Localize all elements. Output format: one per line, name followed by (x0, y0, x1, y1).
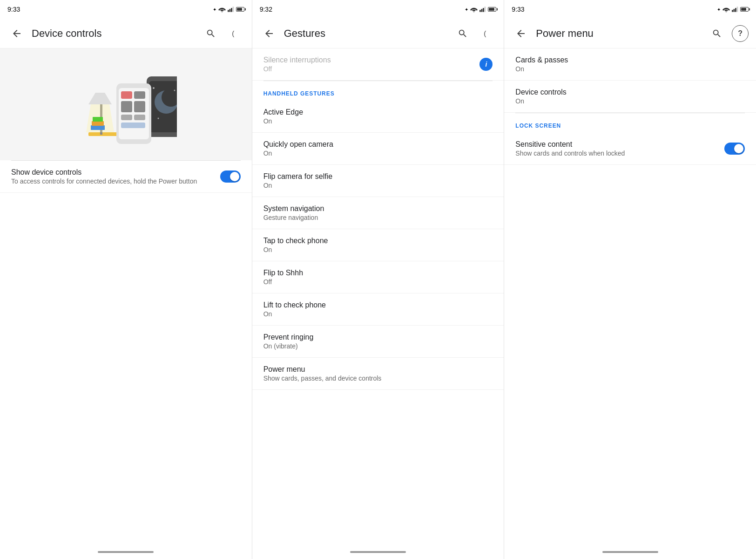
phones-illustration (74, 58, 177, 151)
svg-rect-35 (134, 91, 145, 99)
svg-rect-1 (228, 10, 229, 12)
cards-passes-item[interactable]: Cards & passes On (504, 48, 756, 81)
panel-gestures: Gestures ( Silence interruptions Off i (252, 19, 505, 559)
panel3-content: Cards & passes On Device controls On Loc… (504, 48, 756, 545)
active-edge-item[interactable]: Active Edge On (252, 101, 504, 133)
cards-passes-title: Cards & passes (515, 56, 745, 64)
panel3-search-button[interactable] (708, 24, 726, 43)
wifi-icon-panel3 (722, 7, 730, 12)
panel3-back-button[interactable] (512, 24, 530, 43)
panel1-back-button[interactable] (7, 24, 26, 43)
svg-point-10 (726, 12, 727, 12)
time-panel1: 9:33 (7, 6, 20, 13)
status-icons-panel2: ✦ (465, 7, 496, 12)
system-navigation-title: System navigation (263, 205, 493, 213)
status-bar-row: 9:33 ✦ 9:32 ✦ (0, 0, 756, 19)
status-bar-panel1: 9:33 ✦ (0, 0, 252, 19)
prevent-ringing-title: Prevent ringing (263, 333, 493, 341)
panel1-overflow-button[interactable]: ( (226, 24, 244, 43)
panel2-search-button[interactable] (453, 24, 472, 43)
device-controls-item[interactable]: Device controls On (504, 81, 756, 113)
time-panel2: 9:32 (260, 6, 272, 13)
svg-point-5 (473, 12, 475, 12)
svg-rect-2 (229, 9, 230, 12)
panel3-home-indicator (504, 545, 756, 559)
device-controls-item-title: Device controls (515, 88, 745, 96)
lift-to-check-phone-item[interactable]: Lift to check phone On (252, 293, 504, 326)
sensitive-content-toggle[interactable] (724, 143, 745, 155)
panel1-home-bar (98, 551, 154, 553)
prevent-ringing-item[interactable]: Prevent ringing On (vibrate) (252, 326, 504, 358)
signal-icon-panel1 (228, 7, 234, 12)
sensitive-content-item[interactable]: Sensitive content Show cards and control… (504, 133, 756, 165)
time-panel3: 9:33 (512, 6, 524, 13)
tap-to-check-phone-title: Tap to check phone (263, 237, 493, 245)
panel1-search-button[interactable] (202, 24, 220, 43)
device-controls-illustration (0, 48, 252, 160)
svg-rect-38 (121, 115, 132, 120)
flip-to-shhh-item[interactable]: Flip to Shhh Off (252, 261, 504, 293)
back-arrow-icon-panel2 (263, 28, 275, 39)
parenthesis-icon-panel2: ( (482, 29, 492, 38)
svg-rect-4 (232, 7, 234, 12)
panel2-back-button[interactable] (260, 24, 278, 43)
panel2-title: Gestures (284, 27, 448, 40)
panel3-home-bar (602, 551, 658, 553)
panel1-toolbar: Device controls ( (0, 19, 252, 48)
power-menu-title: Power menu (263, 365, 493, 374)
panel2-home-bar (350, 551, 406, 553)
quickly-open-camera-subtitle: On (263, 150, 493, 157)
expand-icon-panel2: ✦ (465, 7, 468, 12)
status-bar-panel3: 9:33 ✦ (504, 0, 756, 19)
expand-icon-panel3: ✦ (717, 7, 721, 12)
svg-rect-12 (734, 9, 735, 12)
panels-row: Device controls ( (0, 19, 756, 559)
svg-rect-37 (134, 101, 145, 112)
battery-icon-panel2 (488, 7, 496, 12)
battery-icon-panel1 (236, 7, 244, 12)
panel-device-controls: Device controls ( (0, 19, 252, 559)
svg-rect-34 (121, 91, 132, 99)
panel2-home-indicator (252, 545, 504, 559)
flip-camera-selfie-subtitle: On (263, 182, 493, 189)
svg-rect-9 (485, 7, 486, 12)
silence-interruptions-item[interactable]: Silence interruptions Off i (252, 48, 504, 81)
power-menu-item[interactable]: Power menu Show cards, passes, and devic… (252, 358, 504, 390)
quickly-open-camera-item[interactable]: Quickly open camera On (252, 133, 504, 165)
panel1-content: Show device controls To access controls … (0, 48, 252, 545)
svg-rect-20 (91, 125, 105, 130)
svg-rect-36 (121, 101, 132, 112)
tap-to-check-phone-item[interactable]: Tap to check phone On (252, 229, 504, 261)
cards-passes-subtitle: On (515, 65, 745, 73)
status-bar-panel2: 9:32 ✦ (252, 0, 505, 19)
status-icons-panel3: ✦ (717, 7, 749, 12)
svg-rect-8 (483, 8, 484, 12)
panel1-title: Device controls (32, 27, 196, 40)
flip-camera-selfie-item[interactable]: Flip camera for selfie On (252, 165, 504, 197)
panel2-content: Silence interruptions Off i Handheld ges… (252, 48, 504, 545)
svg-rect-3 (231, 8, 232, 12)
silence-interruptions-info-icon[interactable]: i (479, 58, 493, 71)
help-icon: ? (738, 29, 742, 38)
panel3-help-button[interactable]: ? (732, 25, 749, 42)
panel3-toolbar: Power menu ? (504, 19, 756, 48)
expand-icon-panel1: ✦ (213, 7, 216, 12)
svg-marker-18 (88, 93, 112, 104)
panel1-home-indicator (0, 545, 252, 559)
svg-point-30 (174, 90, 176, 91)
system-navigation-subtitle: Gesture navigation (263, 214, 493, 221)
sensitive-content-subtitle: Show cards and controls when locked (515, 150, 719, 157)
search-icon-panel3 (712, 28, 722, 39)
panel2-overflow-button[interactable]: ( (478, 24, 496, 43)
panel-power-menu: Power menu ? Cards & passes On Device co… (504, 19, 756, 559)
tap-to-check-phone-subtitle: On (263, 246, 493, 253)
show-device-controls-item[interactable]: Show device controls To access controls … (0, 161, 252, 193)
lock-screen-header: Lock screen (504, 113, 756, 133)
handheld-gestures-header: Handheld gestures (252, 81, 504, 101)
silence-interruptions-subtitle: Off (263, 65, 472, 73)
show-device-controls-title: Show device controls (11, 168, 215, 177)
show-device-controls-toggle[interactable] (220, 170, 241, 183)
svg-rect-22 (93, 117, 103, 122)
active-edge-title: Active Edge (263, 108, 493, 116)
system-navigation-item[interactable]: System navigation Gesture navigation (252, 197, 504, 229)
